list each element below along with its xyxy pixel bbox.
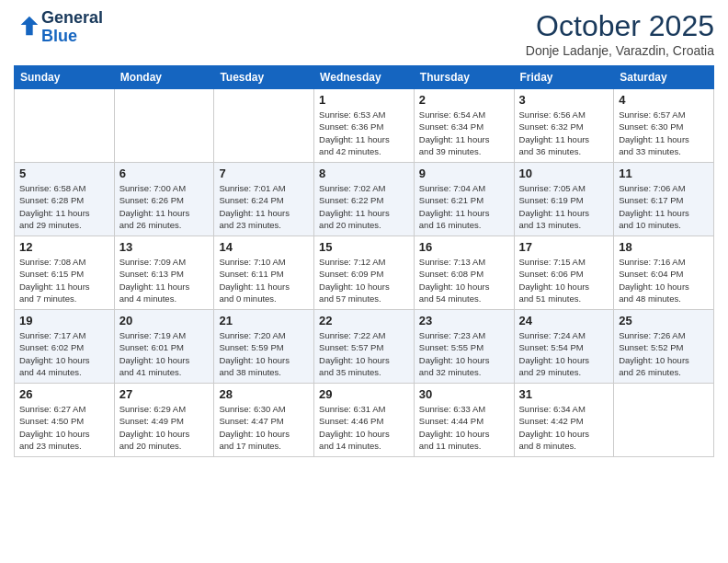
day-info: Sunrise: 7:01 AM Sunset: 6:24 PM Dayligh… [219, 182, 309, 231]
day-info: Sunrise: 6:58 AM Sunset: 6:28 PM Dayligh… [19, 182, 109, 231]
day-number: 29 [319, 387, 409, 401]
day-cell: 9Sunrise: 7:04 AM Sunset: 6:21 PM Daylig… [414, 163, 514, 236]
day-cell: 30Sunrise: 6:33 AM Sunset: 4:44 PM Dayli… [414, 384, 514, 457]
weekday-header-thursday: Thursday [414, 66, 514, 89]
week-row-5: 26Sunrise: 6:27 AM Sunset: 4:50 PM Dayli… [15, 384, 714, 457]
day-cell: 12Sunrise: 7:08 AM Sunset: 6:15 PM Dayli… [15, 236, 115, 310]
header: General Blue October 2025 Donje Ladanje,… [14, 9, 714, 58]
day-cell [15, 89, 115, 163]
day-info: Sunrise: 7:05 AM Sunset: 6:19 PM Dayligh… [519, 182, 609, 231]
day-info: Sunrise: 6:27 AM Sunset: 4:50 PM Dayligh… [19, 403, 109, 452]
day-cell: 27Sunrise: 6:29 AM Sunset: 4:49 PM Dayli… [114, 384, 214, 457]
day-number: 26 [19, 387, 109, 401]
day-cell: 20Sunrise: 7:19 AM Sunset: 6:01 PM Dayli… [114, 310, 214, 384]
day-number: 6 [119, 167, 210, 180]
day-number: 20 [119, 314, 210, 327]
day-info: Sunrise: 7:19 AM Sunset: 6:01 PM Dayligh… [119, 329, 210, 378]
day-cell: 23Sunrise: 7:23 AM Sunset: 5:55 PM Dayli… [414, 310, 514, 384]
day-cell: 21Sunrise: 7:20 AM Sunset: 5:59 PM Dayli… [214, 310, 314, 384]
day-number: 1 [319, 93, 409, 107]
day-info: Sunrise: 7:20 AM Sunset: 5:59 PM Dayligh… [219, 329, 309, 378]
calendar-table: SundayMondayTuesdayWednesdayThursdayFrid… [14, 65, 714, 457]
day-info: Sunrise: 6:29 AM Sunset: 4:49 PM Dayligh… [119, 403, 210, 452]
day-info: Sunrise: 6:56 AM Sunset: 6:32 PM Dayligh… [519, 109, 609, 157]
weekday-header-tuesday: Tuesday [214, 66, 314, 89]
day-info: Sunrise: 7:16 AM Sunset: 6:04 PM Dayligh… [619, 256, 709, 304]
day-number: 12 [19, 240, 109, 254]
weekday-header-friday: Friday [514, 66, 614, 89]
day-cell: 8Sunrise: 7:02 AM Sunset: 6:22 PM Daylig… [314, 163, 415, 236]
day-number: 3 [519, 93, 609, 107]
svg-marker-0 [21, 17, 39, 36]
day-number: 30 [419, 387, 509, 401]
day-cell: 18Sunrise: 7:16 AM Sunset: 6:04 PM Dayli… [614, 236, 714, 310]
month-title: October 2025 [526, 9, 714, 43]
day-info: Sunrise: 7:10 AM Sunset: 6:11 PM Dayligh… [219, 256, 309, 304]
week-row-1: 1Sunrise: 6:53 AM Sunset: 6:36 PM Daylig… [15, 89, 714, 163]
day-info: Sunrise: 7:13 AM Sunset: 6:08 PM Dayligh… [419, 256, 509, 304]
day-number: 27 [119, 387, 210, 401]
day-info: Sunrise: 7:23 AM Sunset: 5:55 PM Dayligh… [419, 329, 509, 378]
day-info: Sunrise: 7:12 AM Sunset: 6:09 PM Dayligh… [319, 256, 409, 304]
day-info: Sunrise: 7:24 AM Sunset: 5:54 PM Dayligh… [519, 329, 609, 378]
logo: General Blue [14, 9, 103, 46]
day-info: Sunrise: 7:26 AM Sunset: 5:52 PM Dayligh… [619, 329, 709, 378]
day-cell: 4Sunrise: 6:57 AM Sunset: 6:30 PM Daylig… [614, 89, 714, 163]
day-cell [114, 89, 214, 163]
day-cell: 13Sunrise: 7:09 AM Sunset: 6:13 PM Dayli… [114, 236, 214, 310]
day-cell: 10Sunrise: 7:05 AM Sunset: 6:19 PM Dayli… [514, 163, 614, 236]
day-info: Sunrise: 6:54 AM Sunset: 6:34 PM Dayligh… [419, 109, 509, 157]
day-cell: 15Sunrise: 7:12 AM Sunset: 6:09 PM Dayli… [314, 236, 415, 310]
day-cell: 22Sunrise: 7:22 AM Sunset: 5:57 PM Dayli… [314, 310, 415, 384]
day-cell: 24Sunrise: 7:24 AM Sunset: 5:54 PM Dayli… [514, 310, 614, 384]
logo-text: General Blue [41, 9, 103, 46]
day-number: 14 [219, 240, 309, 254]
day-cell: 6Sunrise: 7:00 AM Sunset: 6:26 PM Daylig… [114, 163, 214, 236]
day-number: 15 [319, 240, 409, 254]
day-info: Sunrise: 6:34 AM Sunset: 4:42 PM Dayligh… [519, 403, 609, 452]
day-number: 19 [19, 314, 109, 327]
day-number: 4 [619, 93, 709, 107]
day-info: Sunrise: 7:06 AM Sunset: 6:17 PM Dayligh… [619, 182, 709, 231]
week-row-4: 19Sunrise: 7:17 AM Sunset: 6:02 PM Dayli… [15, 310, 714, 384]
logo-icon [16, 13, 41, 39]
day-info: Sunrise: 7:08 AM Sunset: 6:15 PM Dayligh… [19, 256, 109, 304]
day-cell: 16Sunrise: 7:13 AM Sunset: 6:08 PM Dayli… [414, 236, 514, 310]
day-cell: 19Sunrise: 7:17 AM Sunset: 6:02 PM Dayli… [15, 310, 115, 384]
day-info: Sunrise: 7:22 AM Sunset: 5:57 PM Dayligh… [319, 329, 409, 378]
day-info: Sunrise: 6:31 AM Sunset: 4:46 PM Dayligh… [319, 403, 409, 452]
day-number: 31 [519, 387, 609, 401]
day-cell: 29Sunrise: 6:31 AM Sunset: 4:46 PM Dayli… [314, 384, 415, 457]
day-cell: 2Sunrise: 6:54 AM Sunset: 6:34 PM Daylig… [414, 89, 514, 163]
calendar-body: 1Sunrise: 6:53 AM Sunset: 6:36 PM Daylig… [15, 89, 714, 457]
day-number: 5 [19, 167, 109, 180]
day-cell: 11Sunrise: 7:06 AM Sunset: 6:17 PM Dayli… [614, 163, 714, 236]
day-info: Sunrise: 6:33 AM Sunset: 4:44 PM Dayligh… [419, 403, 509, 452]
day-cell: 17Sunrise: 7:15 AM Sunset: 6:06 PM Dayli… [514, 236, 614, 310]
day-number: 18 [619, 240, 709, 254]
day-number: 9 [419, 167, 509, 180]
day-number: 10 [519, 167, 609, 180]
day-number: 24 [519, 314, 609, 327]
day-cell [614, 384, 714, 457]
day-number: 21 [219, 314, 309, 327]
weekday-header-sunday: Sunday [15, 66, 115, 89]
day-info: Sunrise: 7:17 AM Sunset: 6:02 PM Dayligh… [19, 329, 109, 378]
calendar-page: General Blue October 2025 Donje Ladanje,… [0, 0, 728, 563]
day-cell: 1Sunrise: 6:53 AM Sunset: 6:36 PM Daylig… [314, 89, 415, 163]
weekday-header-monday: Monday [114, 66, 214, 89]
title-block: October 2025 Donje Ladanje, Varazdin, Cr… [526, 9, 714, 58]
day-cell: 7Sunrise: 7:01 AM Sunset: 6:24 PM Daylig… [214, 163, 314, 236]
day-number: 11 [619, 167, 709, 180]
week-row-2: 5Sunrise: 6:58 AM Sunset: 6:28 PM Daylig… [15, 163, 714, 236]
day-info: Sunrise: 6:30 AM Sunset: 4:47 PM Dayligh… [219, 403, 309, 452]
day-info: Sunrise: 6:53 AM Sunset: 6:36 PM Dayligh… [319, 109, 409, 157]
day-number: 17 [519, 240, 609, 254]
day-info: Sunrise: 7:15 AM Sunset: 6:06 PM Dayligh… [519, 256, 609, 304]
day-number: 25 [619, 314, 709, 327]
day-number: 23 [419, 314, 509, 327]
day-number: 7 [219, 167, 309, 180]
day-info: Sunrise: 7:02 AM Sunset: 6:22 PM Dayligh… [319, 182, 409, 231]
day-info: Sunrise: 7:00 AM Sunset: 6:26 PM Dayligh… [119, 182, 210, 231]
day-cell [214, 89, 314, 163]
